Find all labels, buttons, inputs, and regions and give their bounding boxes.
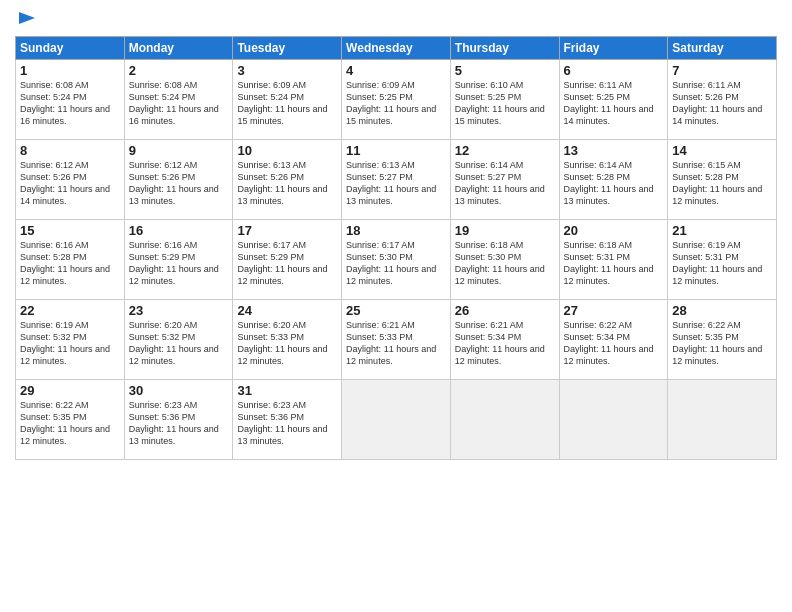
- header: [15, 10, 777, 30]
- calendar-cell: 5Sunrise: 6:10 AMSunset: 5:25 PMDaylight…: [450, 60, 559, 140]
- calendar-cell: 11Sunrise: 6:13 AMSunset: 5:27 PMDayligh…: [342, 140, 451, 220]
- cell-info: Sunrise: 6:19 AMSunset: 5:32 PMDaylight:…: [20, 320, 110, 366]
- day-number: 24: [237, 303, 337, 318]
- day-number: 22: [20, 303, 120, 318]
- day-number: 17: [237, 223, 337, 238]
- cell-info: Sunrise: 6:08 AMSunset: 5:24 PMDaylight:…: [129, 80, 219, 126]
- calendar-cell: 27Sunrise: 6:22 AMSunset: 5:34 PMDayligh…: [559, 300, 668, 380]
- cell-info: Sunrise: 6:23 AMSunset: 5:36 PMDaylight:…: [129, 400, 219, 446]
- day-number: 19: [455, 223, 555, 238]
- day-number: 9: [129, 143, 229, 158]
- calendar-cell: 23Sunrise: 6:20 AMSunset: 5:32 PMDayligh…: [124, 300, 233, 380]
- day-number: 18: [346, 223, 446, 238]
- day-number: 3: [237, 63, 337, 78]
- day-number: 13: [564, 143, 664, 158]
- cell-info: Sunrise: 6:09 AMSunset: 5:24 PMDaylight:…: [237, 80, 327, 126]
- calendar-cell: 26Sunrise: 6:21 AMSunset: 5:34 PMDayligh…: [450, 300, 559, 380]
- col-header-sunday: Sunday: [16, 37, 125, 60]
- day-number: 4: [346, 63, 446, 78]
- calendar-cell: 12Sunrise: 6:14 AMSunset: 5:27 PMDayligh…: [450, 140, 559, 220]
- calendar-week-4: 22Sunrise: 6:19 AMSunset: 5:32 PMDayligh…: [16, 300, 777, 380]
- calendar-cell: 24Sunrise: 6:20 AMSunset: 5:33 PMDayligh…: [233, 300, 342, 380]
- calendar-cell: 16Sunrise: 6:16 AMSunset: 5:29 PMDayligh…: [124, 220, 233, 300]
- cell-info: Sunrise: 6:14 AMSunset: 5:28 PMDaylight:…: [564, 160, 654, 206]
- svg-marker-0: [19, 12, 35, 24]
- day-number: 30: [129, 383, 229, 398]
- calendar-cell: 25Sunrise: 6:21 AMSunset: 5:33 PMDayligh…: [342, 300, 451, 380]
- day-number: 27: [564, 303, 664, 318]
- day-number: 11: [346, 143, 446, 158]
- calendar-cell: 30Sunrise: 6:23 AMSunset: 5:36 PMDayligh…: [124, 380, 233, 460]
- calendar-cell: 29Sunrise: 6:22 AMSunset: 5:35 PMDayligh…: [16, 380, 125, 460]
- cell-info: Sunrise: 6:20 AMSunset: 5:33 PMDaylight:…: [237, 320, 327, 366]
- col-header-thursday: Thursday: [450, 37, 559, 60]
- calendar-cell: 3Sunrise: 6:09 AMSunset: 5:24 PMDaylight…: [233, 60, 342, 140]
- calendar-cell: 19Sunrise: 6:18 AMSunset: 5:30 PMDayligh…: [450, 220, 559, 300]
- calendar-cell: 31Sunrise: 6:23 AMSunset: 5:36 PMDayligh…: [233, 380, 342, 460]
- day-number: 5: [455, 63, 555, 78]
- calendar-cell: 7Sunrise: 6:11 AMSunset: 5:26 PMDaylight…: [668, 60, 777, 140]
- day-number: 7: [672, 63, 772, 78]
- calendar-cell: 4Sunrise: 6:09 AMSunset: 5:25 PMDaylight…: [342, 60, 451, 140]
- cell-info: Sunrise: 6:11 AMSunset: 5:25 PMDaylight:…: [564, 80, 654, 126]
- cell-info: Sunrise: 6:18 AMSunset: 5:31 PMDaylight:…: [564, 240, 654, 286]
- calendar-cell: 10Sunrise: 6:13 AMSunset: 5:26 PMDayligh…: [233, 140, 342, 220]
- calendar-cell: [668, 380, 777, 460]
- col-header-saturday: Saturday: [668, 37, 777, 60]
- calendar-cell: 14Sunrise: 6:15 AMSunset: 5:28 PMDayligh…: [668, 140, 777, 220]
- calendar-cell: 17Sunrise: 6:17 AMSunset: 5:29 PMDayligh…: [233, 220, 342, 300]
- day-number: 29: [20, 383, 120, 398]
- calendar-header-row: SundayMondayTuesdayWednesdayThursdayFrid…: [16, 37, 777, 60]
- day-number: 15: [20, 223, 120, 238]
- cell-info: Sunrise: 6:14 AMSunset: 5:27 PMDaylight:…: [455, 160, 545, 206]
- calendar-cell: [559, 380, 668, 460]
- calendar-cell: 22Sunrise: 6:19 AMSunset: 5:32 PMDayligh…: [16, 300, 125, 380]
- col-header-wednesday: Wednesday: [342, 37, 451, 60]
- logo-flag-icon: [17, 10, 37, 30]
- cell-info: Sunrise: 6:12 AMSunset: 5:26 PMDaylight:…: [129, 160, 219, 206]
- calendar-cell: 21Sunrise: 6:19 AMSunset: 5:31 PMDayligh…: [668, 220, 777, 300]
- cell-info: Sunrise: 6:22 AMSunset: 5:35 PMDaylight:…: [20, 400, 110, 446]
- cell-info: Sunrise: 6:10 AMSunset: 5:25 PMDaylight:…: [455, 80, 545, 126]
- cell-info: Sunrise: 6:21 AMSunset: 5:33 PMDaylight:…: [346, 320, 436, 366]
- cell-info: Sunrise: 6:17 AMSunset: 5:29 PMDaylight:…: [237, 240, 327, 286]
- cell-info: Sunrise: 6:08 AMSunset: 5:24 PMDaylight:…: [20, 80, 110, 126]
- day-number: 12: [455, 143, 555, 158]
- cell-info: Sunrise: 6:23 AMSunset: 5:36 PMDaylight:…: [237, 400, 327, 446]
- day-number: 2: [129, 63, 229, 78]
- calendar-week-5: 29Sunrise: 6:22 AMSunset: 5:35 PMDayligh…: [16, 380, 777, 460]
- calendar-cell: 13Sunrise: 6:14 AMSunset: 5:28 PMDayligh…: [559, 140, 668, 220]
- calendar-cell: [450, 380, 559, 460]
- calendar-cell: 20Sunrise: 6:18 AMSunset: 5:31 PMDayligh…: [559, 220, 668, 300]
- day-number: 6: [564, 63, 664, 78]
- col-header-friday: Friday: [559, 37, 668, 60]
- logo: [15, 10, 37, 30]
- calendar-cell: 28Sunrise: 6:22 AMSunset: 5:35 PMDayligh…: [668, 300, 777, 380]
- cell-info: Sunrise: 6:15 AMSunset: 5:28 PMDaylight:…: [672, 160, 762, 206]
- cell-info: Sunrise: 6:19 AMSunset: 5:31 PMDaylight:…: [672, 240, 762, 286]
- day-number: 21: [672, 223, 772, 238]
- day-number: 28: [672, 303, 772, 318]
- day-number: 1: [20, 63, 120, 78]
- cell-info: Sunrise: 6:13 AMSunset: 5:26 PMDaylight:…: [237, 160, 327, 206]
- page: SundayMondayTuesdayWednesdayThursdayFrid…: [0, 0, 792, 612]
- cell-info: Sunrise: 6:22 AMSunset: 5:35 PMDaylight:…: [672, 320, 762, 366]
- cell-info: Sunrise: 6:13 AMSunset: 5:27 PMDaylight:…: [346, 160, 436, 206]
- cell-info: Sunrise: 6:11 AMSunset: 5:26 PMDaylight:…: [672, 80, 762, 126]
- calendar-cell: [342, 380, 451, 460]
- cell-info: Sunrise: 6:21 AMSunset: 5:34 PMDaylight:…: [455, 320, 545, 366]
- day-number: 10: [237, 143, 337, 158]
- calendar-table: SundayMondayTuesdayWednesdayThursdayFrid…: [15, 36, 777, 460]
- calendar-week-2: 8Sunrise: 6:12 AMSunset: 5:26 PMDaylight…: [16, 140, 777, 220]
- cell-info: Sunrise: 6:12 AMSunset: 5:26 PMDaylight:…: [20, 160, 110, 206]
- cell-info: Sunrise: 6:16 AMSunset: 5:28 PMDaylight:…: [20, 240, 110, 286]
- calendar-cell: 15Sunrise: 6:16 AMSunset: 5:28 PMDayligh…: [16, 220, 125, 300]
- calendar-cell: 9Sunrise: 6:12 AMSunset: 5:26 PMDaylight…: [124, 140, 233, 220]
- calendar-cell: 8Sunrise: 6:12 AMSunset: 5:26 PMDaylight…: [16, 140, 125, 220]
- cell-info: Sunrise: 6:16 AMSunset: 5:29 PMDaylight:…: [129, 240, 219, 286]
- calendar-cell: 18Sunrise: 6:17 AMSunset: 5:30 PMDayligh…: [342, 220, 451, 300]
- calendar-week-1: 1Sunrise: 6:08 AMSunset: 5:24 PMDaylight…: [16, 60, 777, 140]
- calendar-cell: 1Sunrise: 6:08 AMSunset: 5:24 PMDaylight…: [16, 60, 125, 140]
- day-number: 23: [129, 303, 229, 318]
- day-number: 26: [455, 303, 555, 318]
